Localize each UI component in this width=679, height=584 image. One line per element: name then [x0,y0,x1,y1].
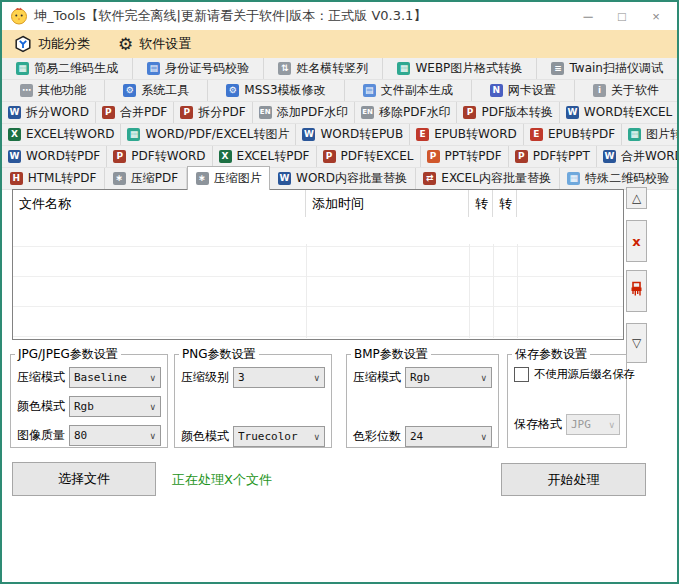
move-down-button[interactable]: ▽ [626,323,647,363]
maximize-button[interactable]: □ [605,3,639,29]
tab-label: 合并WORD [621,148,679,165]
word-icon: W [566,106,579,119]
tab-other-functions[interactable]: ⋯其他功能 [2,80,105,101]
tab-row: HHTML转PDF∗压缩PDF∗压缩图片WWORD内容批量替换⇄EXCEL内容批… [2,168,677,190]
chevron-down-icon: ∨ [313,432,320,442]
tab-html-to-pdf[interactable]: HHTML转PDF [2,168,105,189]
tab-remove-pdf-watermark[interactable]: EN移除PDF水印 [355,102,457,123]
compress-icon: ∗ [113,172,126,185]
tab-label: Twain扫描仪调试 [569,60,662,77]
tab-word-to-epub[interactable]: WWORD转EPUB [296,124,410,145]
tab-ppt-to-pdf[interactable]: PPPT转PDF [421,146,509,167]
tab-mss3-template-edit[interactable]: ⚙MSS3模板修改 [208,80,344,101]
tab-word-to-excel[interactable]: WWORD转EXCEL [560,102,678,123]
field-row: 压缩模式Baseline∨ [17,367,161,388]
select-value: Rgb [74,400,149,413]
jpg-image-quality-select[interactable]: 80∨ [69,425,161,446]
column-header-2[interactable]: 转 [469,190,493,217]
excel-icon: X [219,150,232,163]
tab-merge-pdf[interactable]: P合并PDF [96,102,174,123]
pdf-icon: P [515,150,528,163]
tab-label: 系统工具 [141,82,189,99]
png-compress-level-select[interactable]: 3∨ [233,367,325,388]
tab-add-pdf-watermark[interactable]: EN添加PDF水印 [253,102,355,123]
word-icon: W [302,128,315,141]
minimize-icon: ─ [583,9,592,24]
select-files-button[interactable]: 选择文件 [12,462,156,496]
tab-pdf-to-excel[interactable]: PPDF转EXCEL [317,146,421,167]
field-label: 压缩级别 [181,369,233,386]
word-icon: W [8,150,21,163]
tab-file-copy-generate[interactable]: ▤文件副本生成 [345,80,472,101]
column-header-0[interactable]: 文件名称 [13,190,306,217]
tab-id-number-verify[interactable]: ▤身份证号码校验 [133,58,264,79]
close-button[interactable]: × [639,3,673,29]
file-table[interactable]: 文件名称添加时间转转 [12,189,624,340]
column-divider [469,244,470,338]
jpg-compress-mode-select[interactable]: Baseline∨ [69,367,161,388]
tab-simple-qrcode-generate[interactable]: ▦简易二维码生成 [2,58,133,79]
minimize-button[interactable]: ─ [571,3,605,29]
tab-pdf-version-convert[interactable]: PPDF版本转换 [457,102,559,123]
menu-item-function-category[interactable]: 功能分类 [14,35,90,53]
tab-special-qrcode-verify[interactable]: ▦特殊二维码校验 [560,168,677,189]
bmp-compress-mode-select[interactable]: Rgb∨ [405,367,492,388]
group-title: JPG/JPEG参数设置 [15,346,121,363]
column-header-3[interactable]: 转 [493,190,517,217]
tab-word-to-pdf[interactable]: WWORD转PDF [2,146,107,167]
tab-image-to-pdf[interactable]: ▦图片转PDF [622,124,679,145]
clear-list-button[interactable] [626,270,647,312]
tab-compress-image[interactable]: ∗压缩图片 [187,166,270,190]
tab-office-to-image[interactable]: ▦WORD/PDF/EXCEL转图片 [121,124,296,145]
tab-excel-to-pdf[interactable]: XEXCEL转PDF [213,146,317,167]
tab-system-tools[interactable]: ⚙系统工具 [105,80,208,101]
tab-pdf-to-word[interactable]: PPDF转WORD [107,146,212,167]
tab-excel-to-word[interactable]: XEXCEL转WORD [2,124,121,145]
tab-word-content-batch-replace[interactable]: WWORD内容批量替换 [270,168,415,189]
tab-about-software[interactable]: i关于软件 [575,80,677,101]
move-up-button[interactable]: △ [626,187,647,209]
tab-epub-to-word[interactable]: EEPUB转WORD [410,124,524,145]
word-icon: W [8,106,21,119]
tab-epub-to-pdf[interactable]: EEPUB转PDF [524,124,622,145]
column-header-1[interactable]: 添加时间 [306,190,469,217]
tab-name-horizontal-to-vertical[interactable]: ⇅姓名横转竖列 [264,58,383,79]
tab-webp-format-convert[interactable]: ▦WEBP图片格式转换 [383,58,537,79]
word-icon: W [278,172,291,185]
tab-label: WORD转PDF [26,148,100,165]
image-icon: ▦ [628,128,641,141]
tab-row: WWORD转PDFPPDF转WORDXEXCEL转PDFPPDF转EXCELPP… [2,146,677,168]
png-color-mode-select[interactable]: Truecolor∨ [233,426,325,447]
select-value: Baseline [74,371,149,384]
group-bmp-params: BMP参数设置压缩模式Rgb∨色彩位数24∨ [346,354,499,448]
pdf-icon: P [463,106,476,119]
remove-file-button[interactable]: x [626,220,647,262]
tab-compress-pdf[interactable]: ∗压缩PDF [105,168,187,189]
file-table-body[interactable] [13,217,623,339]
doc-icon: ▤ [363,84,376,97]
jpg-color-mode-select[interactable]: Rgb∨ [69,396,161,417]
menu-item-software-settings[interactable]: ⚙ 软件设置 [118,35,191,53]
tab-merge-word[interactable]: W合并WORD [597,146,679,167]
gear-blue-icon: ⚙ [226,84,239,97]
tab-row: ▦简易二维码生成▤身份证号码校验⇅姓名横转竖列▦WEBP图片格式转换≡Twain… [2,58,677,80]
tab-twain-scanner-debug[interactable]: ≡Twain扫描仪调试 [537,58,677,79]
idcard-icon: ▤ [147,62,160,75]
start-processing-button[interactable]: 开始处理 [501,463,646,496]
chevron-down-icon: ∨ [149,373,156,383]
param-groups: JPG/JPEG参数设置压缩模式Baseline∨颜色模式Rgb∨图像质量80∨… [10,354,627,448]
bmp-color-depth-select[interactable]: 24∨ [405,426,492,447]
side-buttons: △x▽ [626,187,647,363]
tab-split-word[interactable]: W拆分WORD [2,102,96,123]
tab-row: ⋯其他功能⚙系统工具⚙MSS3模板修改▤文件副本生成N网卡设置i关于软件 [2,80,677,102]
tab-excel-content-batch-replace[interactable]: ⇄EXCEL内容批量替换 [416,168,560,189]
save-format-select[interactable]: JPG∨ [566,414,620,435]
group-title: PNG参数设置 [179,346,259,363]
tab-split-pdf[interactable]: P拆分PDF [174,102,252,123]
tab-label: 移除PDF水印 [379,104,450,121]
tab-pdf-to-ppt[interactable]: PPDF转PPT [509,146,597,167]
select-value: JPG [571,418,608,431]
save-without-source-ext-checkbox[interactable] [514,367,529,382]
tab-label: WORD转EXCEL [584,104,672,121]
tab-network-card-settings[interactable]: N网卡设置 [472,80,575,101]
